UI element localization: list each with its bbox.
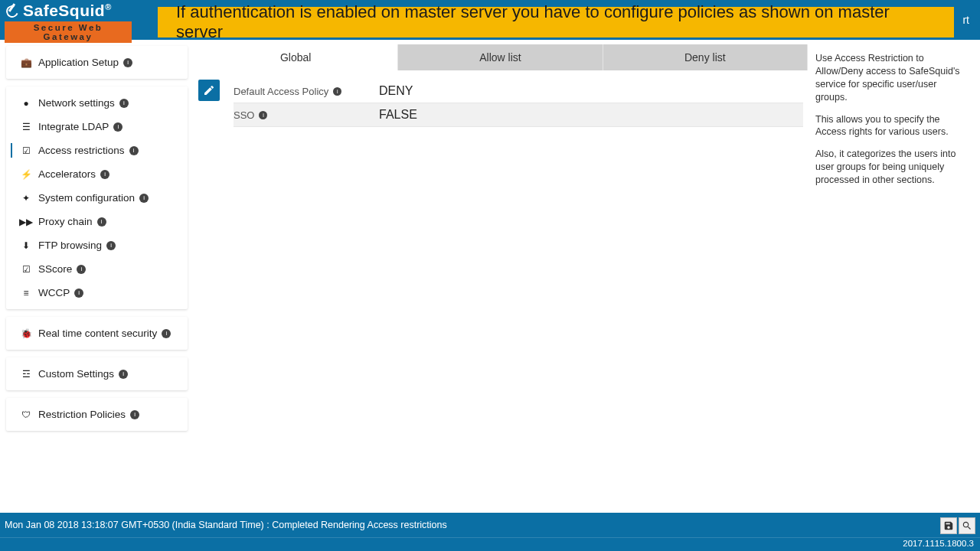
sidebar-item-label: Custom Settings (38, 368, 114, 380)
sidebar-item-label: Application Setup (38, 57, 119, 68)
save-button[interactable] (940, 517, 957, 534)
brand-name: SafeSquid® (23, 2, 112, 20)
nav-support[interactable]: rt (962, 14, 969, 26)
setting-key: Default Access Policyi (234, 86, 379, 97)
list-icon: ☰ (20, 122, 32, 132)
sidebar-item-label: SScore (38, 263, 72, 275)
briefcase-icon: 💼 (20, 57, 32, 68)
sidebar-item-restriction-policies[interactable]: 🛡Restriction Policiesi (6, 403, 188, 426)
brand-tagline: Secure Web Gateway (5, 21, 132, 43)
sidebar-item-wccp[interactable]: ≡WCCPi (6, 281, 188, 305)
sidebar-item-label: Restriction Policies (38, 409, 126, 420)
info-icon[interactable]: i (113, 122, 122, 132)
help-panel: Use Access Restriction to Allow/Deny acc… (808, 44, 980, 513)
sidebar: 💼Application Setupi●Network settingsi☰In… (0, 40, 194, 513)
bolt-icon: ⚡ (20, 169, 32, 180)
search-button[interactable] (959, 517, 975, 534)
help-paragraph: Also, it categorizes the users into user… (815, 148, 969, 187)
search-icon (962, 520, 972, 531)
check-square-icon: ☑ (20, 145, 32, 156)
setting-row: SSOiFALSE (234, 103, 803, 127)
info-icon[interactable]: i (106, 241, 116, 250)
setting-row: Default Access PolicyiDENY (234, 80, 803, 103)
info-icon[interactable]: i (130, 410, 139, 419)
puzzle-icon: ✦ (20, 193, 32, 204)
info-icon[interactable]: i (123, 58, 132, 67)
help-paragraph: This allows you to specify the Access ri… (815, 113, 969, 139)
bars-icon: ≡ (20, 288, 32, 298)
info-icon[interactable]: i (74, 289, 83, 298)
sidebar-item-label: Real time content security (38, 328, 157, 339)
info-icon[interactable]: i (129, 146, 139, 155)
save-icon (943, 520, 954, 531)
download-icon: ⬇ (20, 240, 32, 251)
status-bar: Mon Jan 08 2018 13:18:07 GMT+0530 (India… (0, 513, 980, 537)
settings-table: Default Access PolicyiDENYSSOiFALSE (234, 80, 803, 127)
sidebar-item-application-setup[interactable]: 💼Application Setupi (6, 51, 188, 74)
sidebar-item-access-restrictions[interactable]: ☑Access restrictionsi (6, 139, 188, 162)
sidebar-item-label: Access restrictions (38, 145, 125, 156)
tab-allow-list[interactable]: Allow list (398, 44, 603, 70)
sidebar-item-label: Accelerators (38, 168, 96, 180)
sidebar-item-sscore[interactable]: ☑SScorei (6, 257, 188, 281)
sidebar-item-label: Integrate LDAP (38, 121, 109, 132)
sidebar-item-real-time-content-security[interactable]: 🐞Real time content securityi (6, 321, 188, 345)
tabs: Global Allow list Deny list (194, 44, 808, 70)
globe-icon: ● (20, 98, 32, 109)
pencil-square-icon (203, 84, 215, 96)
info-icon[interactable]: i (119, 370, 128, 379)
sidebar-item-network-settings[interactable]: ●Network settingsi (6, 91, 188, 115)
sidebar-item-accelerators[interactable]: ⚡Acceleratorsi (6, 162, 188, 186)
edit-button[interactable] (198, 80, 220, 101)
info-icon[interactable]: i (119, 99, 129, 108)
tab-global[interactable]: Global (194, 44, 398, 70)
info-icon[interactable]: i (333, 87, 341, 96)
logo-glyph-icon (5, 3, 20, 18)
info-icon[interactable]: i (139, 194, 149, 203)
info-icon[interactable]: i (100, 170, 109, 179)
sidebar-item-integrate-ldap[interactable]: ☰Integrate LDAPi (6, 115, 188, 139)
sidebar-item-ftp-browsing[interactable]: ⬇FTP browsingi (6, 233, 188, 257)
forward-icon: ▶▶ (20, 217, 32, 227)
warning-banner: If authentication is enabled on master s… (158, 7, 954, 37)
version-label: 2017.1115.1800.3 (0, 537, 980, 551)
setting-key: SSOi (234, 109, 379, 121)
setting-value: DENY (379, 84, 413, 98)
footer: Mon Jan 08 2018 13:18:07 GMT+0530 (India… (0, 513, 980, 551)
sidebar-item-system-configuration[interactable]: ✦System configurationi (6, 186, 188, 210)
sidebar-item-proxy-chain[interactable]: ▶▶Proxy chaini (6, 210, 188, 233)
top-bar: SafeSquid® Secure Web Gateway rt If auth… (0, 0, 980, 40)
sidebar-item-label: Proxy chain (38, 216, 93, 227)
setting-value: FALSE (379, 108, 417, 122)
sidebar-item-label: System configuration (38, 192, 135, 204)
shield-icon: 🛡 (20, 409, 32, 420)
sidebar-item-label: FTP browsing (38, 240, 102, 251)
brand-logo[interactable]: SafeSquid® Secure Web Gateway (0, 0, 136, 40)
help-paragraph: Use Access Restriction to Allow/Deny acc… (815, 52, 969, 104)
tab-deny-list[interactable]: Deny list (603, 44, 808, 70)
sidebar-item-label: Network settings (38, 97, 115, 109)
info-icon[interactable]: i (162, 329, 171, 338)
bug-icon: 🐞 (20, 328, 32, 339)
check-square-icon: ☑ (20, 264, 32, 275)
sidebar-item-custom-settings[interactable]: ☲Custom Settingsi (6, 362, 188, 386)
sidebar-item-label: WCCP (38, 287, 70, 298)
info-icon[interactable]: i (97, 217, 106, 227)
sliders-icon: ☲ (20, 369, 32, 380)
info-icon[interactable]: i (77, 265, 86, 274)
info-icon[interactable]: i (259, 111, 267, 119)
